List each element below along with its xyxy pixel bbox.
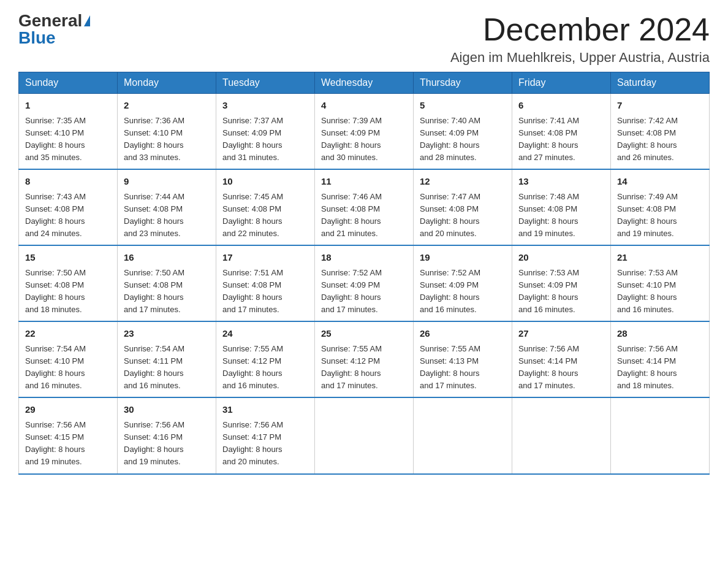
day-number: 3 [222,99,308,113]
day-number: 13 [518,175,604,189]
day-info: Sunrise: 7:50 AMSunset: 4:08 PMDaylight:… [25,268,86,314]
day-number: 19 [420,251,506,265]
calendar-cell: 18 Sunrise: 7:52 AMSunset: 4:09 PMDaylig… [315,245,414,321]
day-info: Sunrise: 7:52 AMSunset: 4:09 PMDaylight:… [321,268,382,314]
day-info: Sunrise: 7:54 AMSunset: 4:11 PMDaylight:… [124,344,184,390]
logo-general-text: General [18,12,82,29]
day-info: Sunrise: 7:55 AMSunset: 4:12 PMDaylight:… [321,344,382,390]
day-number: 9 [124,175,210,189]
calendar-cell: 21 Sunrise: 7:53 AMSunset: 4:10 PMDaylig… [611,245,710,321]
weekday-header-friday: Friday [512,72,611,94]
day-number: 25 [321,327,407,341]
day-info: Sunrise: 7:37 AMSunset: 4:09 PMDaylight:… [222,116,283,162]
weekday-header-tuesday: Tuesday [216,72,315,94]
day-info: Sunrise: 7:47 AMSunset: 4:08 PMDaylight:… [420,192,480,238]
weekday-header-wednesday: Wednesday [315,72,414,94]
logo-triangle-icon [84,15,90,26]
logo: General Blue [18,12,90,47]
calendar-cell: 3 Sunrise: 7:37 AMSunset: 4:09 PMDayligh… [216,94,315,170]
day-info: Sunrise: 7:48 AMSunset: 4:08 PMDaylight:… [518,192,579,238]
calendar-cell: 19 Sunrise: 7:52 AMSunset: 4:09 PMDaylig… [414,245,512,321]
calendar-cell: 24 Sunrise: 7:55 AMSunset: 4:12 PMDaylig… [216,321,315,397]
calendar-cell: 22 Sunrise: 7:54 AMSunset: 4:10 PMDaylig… [19,321,118,397]
calendar-cell: 23 Sunrise: 7:54 AMSunset: 4:11 PMDaylig… [118,321,216,397]
calendar-cell [414,397,512,473]
day-info: Sunrise: 7:49 AMSunset: 4:08 PMDaylight:… [617,192,678,238]
calendar-cell: 25 Sunrise: 7:55 AMSunset: 4:12 PMDaylig… [315,321,414,397]
calendar-cell: 17 Sunrise: 7:51 AMSunset: 4:08 PMDaylig… [216,245,315,321]
day-number: 22 [25,327,111,341]
day-info: Sunrise: 7:42 AMSunset: 4:08 PMDaylight:… [617,116,678,162]
day-number: 15 [25,251,111,265]
weekday-header-saturday: Saturday [611,72,710,94]
day-number: 23 [124,327,210,341]
day-number: 16 [124,251,210,265]
day-number: 14 [617,175,703,189]
title-area: December 2024 Aigen im Muehlkreis, Upper… [450,12,710,66]
day-info: Sunrise: 7:56 AMSunset: 4:17 PMDaylight:… [222,420,283,466]
calendar-cell: 2 Sunrise: 7:36 AMSunset: 4:10 PMDayligh… [118,94,216,170]
day-number: 2 [124,99,210,113]
day-number: 21 [617,251,703,265]
weekday-header-thursday: Thursday [414,72,512,94]
calendar-cell: 12 Sunrise: 7:47 AMSunset: 4:08 PMDaylig… [414,169,512,245]
day-info: Sunrise: 7:53 AMSunset: 4:10 PMDaylight:… [617,268,678,314]
day-info: Sunrise: 7:41 AMSunset: 4:08 PMDaylight:… [518,116,579,162]
day-number: 8 [25,175,111,189]
calendar-cell: 5 Sunrise: 7:40 AMSunset: 4:09 PMDayligh… [414,94,512,170]
calendar-week-row: 1 Sunrise: 7:35 AMSunset: 4:10 PMDayligh… [19,94,710,170]
day-number: 4 [321,99,407,113]
day-info: Sunrise: 7:55 AMSunset: 4:13 PMDaylight:… [420,344,480,390]
calendar-cell [512,397,611,473]
calendar-cell: 7 Sunrise: 7:42 AMSunset: 4:08 PMDayligh… [611,94,710,170]
calendar-cell: 8 Sunrise: 7:43 AMSunset: 4:08 PMDayligh… [19,169,118,245]
day-info: Sunrise: 7:52 AMSunset: 4:09 PMDaylight:… [420,268,480,314]
month-title: December 2024 [450,12,710,47]
day-number: 24 [222,327,308,341]
day-info: Sunrise: 7:56 AMSunset: 4:16 PMDaylight:… [124,420,184,466]
day-info: Sunrise: 7:50 AMSunset: 4:08 PMDaylight:… [124,268,184,314]
calendar-cell [611,397,710,473]
day-info: Sunrise: 7:56 AMSunset: 4:14 PMDaylight:… [518,344,579,390]
calendar-week-row: 8 Sunrise: 7:43 AMSunset: 4:08 PMDayligh… [19,169,710,245]
calendar-cell: 28 Sunrise: 7:56 AMSunset: 4:14 PMDaylig… [611,321,710,397]
day-number: 29 [25,403,111,417]
day-info: Sunrise: 7:45 AMSunset: 4:08 PMDaylight:… [222,192,283,238]
day-info: Sunrise: 7:35 AMSunset: 4:10 PMDaylight:… [25,116,86,162]
day-number: 12 [420,175,506,189]
calendar-cell: 6 Sunrise: 7:41 AMSunset: 4:08 PMDayligh… [512,94,611,170]
day-number: 31 [222,403,308,417]
calendar-cell: 1 Sunrise: 7:35 AMSunset: 4:10 PMDayligh… [19,94,118,170]
weekday-header-sunday: Sunday [19,72,118,94]
day-info: Sunrise: 7:56 AMSunset: 4:15 PMDaylight:… [25,420,86,466]
day-info: Sunrise: 7:40 AMSunset: 4:09 PMDaylight:… [420,116,480,162]
day-number: 6 [518,99,604,113]
calendar-cell: 10 Sunrise: 7:45 AMSunset: 4:08 PMDaylig… [216,169,315,245]
calendar-week-row: 22 Sunrise: 7:54 AMSunset: 4:10 PMDaylig… [19,321,710,397]
day-info: Sunrise: 7:44 AMSunset: 4:08 PMDaylight:… [124,192,184,238]
day-number: 20 [518,251,604,265]
day-number: 17 [222,251,308,265]
day-info: Sunrise: 7:53 AMSunset: 4:09 PMDaylight:… [518,268,579,314]
day-number: 26 [420,327,506,341]
weekday-header-monday: Monday [118,72,216,94]
day-number: 27 [518,327,604,341]
day-info: Sunrise: 7:46 AMSunset: 4:08 PMDaylight:… [321,192,382,238]
day-number: 7 [617,99,703,113]
calendar-cell: 16 Sunrise: 7:50 AMSunset: 4:08 PMDaylig… [118,245,216,321]
calendar-week-row: 15 Sunrise: 7:50 AMSunset: 4:08 PMDaylig… [19,245,710,321]
calendar-cell: 31 Sunrise: 7:56 AMSunset: 4:17 PMDaylig… [216,397,315,473]
calendar-week-row: 29 Sunrise: 7:56 AMSunset: 4:15 PMDaylig… [19,397,710,473]
day-number: 18 [321,251,407,265]
calendar-table: SundayMondayTuesdayWednesdayThursdayFrid… [18,72,710,474]
calendar-cell: 9 Sunrise: 7:44 AMSunset: 4:08 PMDayligh… [118,169,216,245]
calendar-cell: 15 Sunrise: 7:50 AMSunset: 4:08 PMDaylig… [19,245,118,321]
day-number: 30 [124,403,210,417]
logo-blue-text: Blue [18,29,56,47]
day-info: Sunrise: 7:56 AMSunset: 4:14 PMDaylight:… [617,344,678,390]
day-info: Sunrise: 7:36 AMSunset: 4:10 PMDaylight:… [124,116,184,162]
day-info: Sunrise: 7:54 AMSunset: 4:10 PMDaylight:… [25,344,86,390]
calendar-cell: 26 Sunrise: 7:55 AMSunset: 4:13 PMDaylig… [414,321,512,397]
location-subtitle: Aigen im Muehlkreis, Upper Austria, Aust… [450,50,710,66]
day-number: 5 [420,99,506,113]
